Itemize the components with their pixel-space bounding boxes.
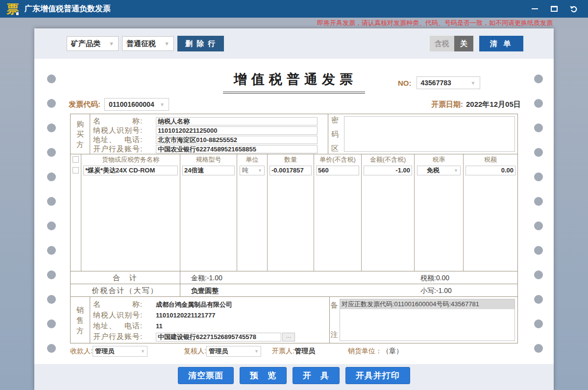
seller-unit-label: 销货单位： — [348, 347, 382, 356]
invoice-code-select[interactable]: 011001600004 ▼ — [104, 98, 169, 111]
item-name-header: 货物或应税劳务名称 — [81, 154, 180, 165]
tax-included-toggle-state[interactable]: 关 — [454, 36, 473, 51]
buyer-taxid-label: 纳税人识别号: — [93, 126, 156, 135]
taxation-select-value: 普通征税 — [126, 39, 156, 49]
buyer-taxid-input[interactable]: 11010120221125000 — [156, 126, 318, 135]
perforation-dot — [534, 148, 543, 157]
undo-button[interactable] — [569, 5, 578, 13]
seller-name-row: 名 称: 成都台鸿金属制品有限公司 — [93, 299, 329, 310]
perforation-dot — [47, 148, 56, 157]
item-price-input[interactable]: 560 — [316, 166, 359, 175]
perforation-dot — [47, 319, 56, 328]
perforation-dot — [534, 197, 543, 206]
item-taxrate-column: 税率 免税 ▼ — [415, 154, 464, 271]
item-amount-column: 金额(不含税) -1.00 — [362, 154, 415, 271]
invoice-date-group: 开票日期: 2022年12月05日 — [431, 100, 521, 109]
checkbox-column — [71, 154, 81, 271]
window-title: 广东增值税普通负数发票 — [24, 4, 111, 14]
reviewer-value: 管理员 — [209, 347, 228, 356]
toolbar: 矿产品类 ▼ 普通征税 ▼ 删 除 行 含税 关 清 单 — [34, 28, 554, 59]
minimize-icon — [532, 8, 538, 9]
issue-button[interactable]: 开 具 — [293, 367, 340, 384]
invoice-number-select[interactable]: 43567783 ▼ — [416, 76, 480, 89]
drawer-label: 开票人: — [272, 347, 294, 356]
item-name-column: 货物或应税劳务名称 *煤炭*美达24X CD-ROM — [81, 154, 180, 271]
taxation-method-select[interactable]: 普通征税 ▼ — [122, 36, 174, 51]
items-grid: 货物或应税劳务名称 *煤炭*美达24X CD-ROM 规格型号 24倍速 单位 … — [71, 154, 517, 271]
buyer-side-cell: 购 买 方 — [71, 114, 90, 154]
list-button[interactable]: 清 单 — [479, 36, 523, 51]
item-amount-input[interactable]: -1.00 — [364, 166, 412, 175]
chevron-down-icon: ▼ — [141, 349, 145, 354]
maximize-icon — [551, 6, 558, 12]
row-checkbox[interactable] — [73, 167, 79, 173]
item-price-header: 单价(不含税) — [314, 154, 361, 165]
perforation-dot — [534, 172, 543, 181]
buyer-bank-input[interactable]: 中国农业银行62274589521658855 — [156, 145, 318, 153]
perforation-dot — [47, 172, 56, 181]
item-quantity-input[interactable]: -0.0017857 — [270, 166, 312, 175]
perforation-dot — [47, 246, 56, 255]
password-area-label: 密 码 区 — [331, 113, 339, 155]
item-name-input[interactable]: *煤炭*美达24X CD-ROM — [83, 166, 178, 175]
item-tax-column: 税额 0.00 — [464, 154, 517, 271]
invoice-title: 增值税普通发票 — [223, 71, 365, 94]
toolbar-left-group: 矿产品类 ▼ 普通征税 ▼ 删 除 行 — [67, 36, 224, 51]
clear-form-button[interactable]: 清空票面 — [178, 367, 234, 384]
item-unit-select[interactable]: 吨 ▼ — [240, 166, 265, 175]
totals-amount: 金额:-1.00 — [191, 271, 222, 284]
invoice-code-value: 011001600004 — [109, 100, 154, 108]
notice-bar: 即将开具发票，请认真核对发票种类、代码、号码是否一致，如不同请更换纸质发票 — [0, 18, 588, 28]
buyer-bank-label: 开户行及账号: — [93, 145, 156, 154]
perforation-dot — [534, 221, 543, 230]
buyer-address-row: 地址、 电话: 北京市海淀区010-88255552 — [93, 135, 328, 144]
reviewer-group: 复核人: 管理员 ▼ — [184, 345, 261, 357]
perforation-dot — [47, 295, 56, 304]
grand-total-label: 价税合计（大写） — [71, 284, 180, 297]
buyer-name-row: 名 称: 纳税人名称 — [93, 117, 328, 125]
tax-included-toggle-label[interactable]: 含税 — [430, 36, 454, 51]
remark-label-cell: 备 注 — [330, 297, 339, 343]
invoice-footer: 收款人: 管理员 ▼ 复核人: 管理员 ▼ 开票人: 管理员 — [70, 345, 518, 359]
invoice-table: 购 买 方 名 称: 纳税人名称 纳税人识别号: 110101202211250… — [70, 114, 518, 343]
grand-total-words: 负壹圆整 — [191, 284, 219, 297]
item-tax-input[interactable]: 0.00 — [466, 166, 515, 175]
toolbar-right-group: 含税 关 清 单 — [430, 36, 523, 51]
seller-address-value: 11 — [156, 322, 163, 330]
buyer-name-input[interactable]: 纳税人名称 — [156, 117, 318, 125]
seller-side-label: 销 售 方 — [76, 305, 84, 336]
chevron-down-icon: ▼ — [254, 349, 259, 354]
maximize-button[interactable] — [550, 5, 559, 13]
category-select-value: 矿产品类 — [71, 39, 100, 49]
item-unit-value: 吨 — [242, 166, 248, 175]
issue-and-print-button[interactable]: 开具并打印 — [345, 367, 410, 384]
delete-row-button[interactable]: 删 除 行 — [177, 36, 224, 51]
grand-total-figures: 小写:-1.00 — [420, 284, 452, 297]
seller-bank-input[interactable]: 中国建设银行62271526895745578 — [156, 333, 281, 341]
select-all-checkbox[interactable] — [73, 156, 79, 163]
seller-fields: 名 称: 成都台鸿金属制品有限公司 纳税人识别号: 11010120221121… — [90, 297, 330, 343]
remark-textarea[interactable]: 对应正数发票代码:011001600004号码:43567781 — [340, 299, 515, 341]
item-spec-input[interactable]: 24倍速 — [182, 166, 235, 175]
chevron-down-icon: ▼ — [103, 41, 114, 47]
buyer-address-input[interactable]: 北京市海淀区010-88255552 — [156, 136, 318, 144]
undo-icon — [569, 5, 578, 13]
perforation-dot — [47, 270, 56, 279]
seller-bank-label: 开户行及账号: — [93, 332, 156, 341]
seller-taxid-label: 纳税人识别号: — [93, 311, 156, 320]
item-amount-header: 金额(不含税) — [362, 154, 414, 165]
preview-button[interactable]: 预 览 — [240, 367, 287, 384]
perforation-dot — [47, 123, 56, 132]
category-select[interactable]: 矿产品类 ▼ — [67, 36, 119, 51]
perforation-dot — [47, 197, 56, 206]
invoice-number-group: NO: 43567783 ▼ — [398, 76, 480, 89]
minimize-button[interactable] — [530, 5, 539, 13]
item-taxrate-select[interactable]: 免税 ▼ — [417, 166, 461, 175]
reviewer-select[interactable]: 管理员 ▼ — [206, 346, 261, 357]
icon-page-corner — [16, 12, 19, 16]
seller-bank-more-button[interactable]: ··· — [282, 333, 295, 341]
drawer-value: 管理员 — [294, 347, 315, 356]
seller-address-row: 地址、 电话: 11 — [93, 321, 329, 331]
item-taxrate-header: 税率 — [415, 154, 463, 165]
payee-select[interactable]: 管理员 ▼ — [93, 346, 147, 357]
